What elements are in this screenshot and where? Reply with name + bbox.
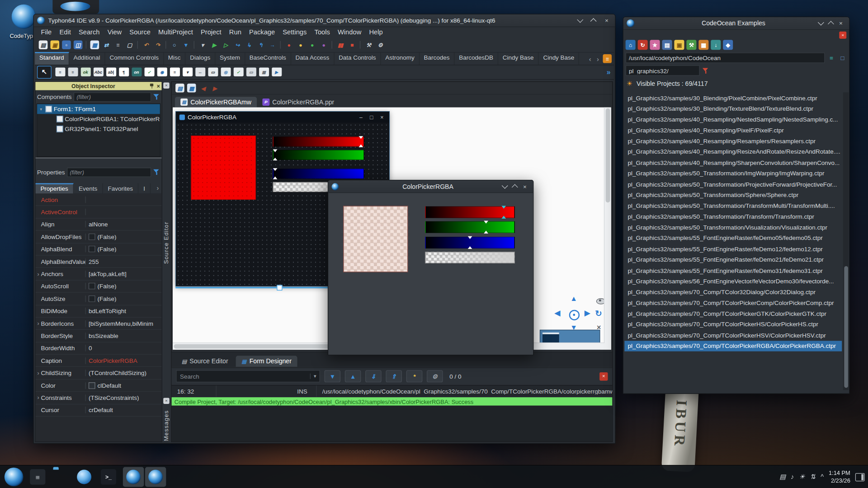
- color-preview-swatch[interactable]: [191, 136, 255, 200]
- filter-icon[interactable]: [703, 67, 709, 74]
- project-file-row[interactable]: pl_Graphics32/samples/50_Transformation/…: [624, 168, 842, 179]
- pin-icon[interactable]: [150, 84, 155, 89]
- menu-item[interactable]: Run: [225, 27, 245, 37]
- project-file-row[interactable]: pl_Graphics32/samples/50_Transformation/…: [624, 200, 842, 211]
- menu-item[interactable]: Source: [126, 27, 155, 37]
- toolbar-separator[interactable]: [135, 39, 140, 51]
- expand-icon[interactable]: ›: [35, 320, 41, 326]
- project-file-row[interactable]: pl_Graphics32/samples/40_Resampling/Shar…: [624, 157, 842, 168]
- green-gradient-bar[interactable]: [273, 150, 364, 160]
- messages-dock-close-icon[interactable]: ×: [163, 398, 169, 404]
- menu-item[interactable]: View: [104, 27, 126, 37]
- marker-bottom-icon[interactable]: [468, 246, 472, 249]
- step-out-icon[interactable]: ↰: [255, 39, 266, 51]
- property-value-cell[interactable]: clDefault: [86, 382, 162, 389]
- run-icon[interactable]: ▶: [208, 39, 220, 51]
- property-row[interactable]: BorderWidth 0: [35, 343, 161, 355]
- property-value-cell[interactable]: alNone: [86, 221, 162, 228]
- find-icon[interactable]: ○: [168, 39, 180, 51]
- codeocean-viewer-icon[interactable]: ▤: [662, 40, 672, 50]
- tcheckgroup-icon[interactable]: ✓: [232, 66, 244, 77]
- tcheckbox-icon[interactable]: ✓: [143, 66, 155, 77]
- navigate-back-icon[interactable]: ↶: [140, 39, 152, 51]
- codeocean-build-icon[interactable]: ⚒: [686, 40, 696, 50]
- codeocean-maximize-button[interactable]: [826, 19, 836, 28]
- palette-tab[interactable]: Data Access: [291, 52, 335, 65]
- toolbar-separator[interactable]: [278, 39, 283, 51]
- clipboard-tray-icon[interactable]: ▤: [779, 473, 786, 481]
- app-close-button[interactable]: ×: [520, 182, 530, 191]
- property-value-cell[interactable]: crDefault: [86, 407, 162, 413]
- tlabel-icon[interactable]: Abc: [92, 66, 104, 77]
- codeocean-titlebar[interactable]: CodeOcean Examples ×: [623, 17, 849, 30]
- project-file-row[interactable]: pl_Graphics32/samples/70_Comp/TColorPick…: [624, 330, 842, 341]
- project-file-row[interactable]: pl_Graphics32/samples/30_Blending/PixelC…: [624, 92, 842, 103]
- color-preview-swatch[interactable]: [343, 206, 408, 272]
- project-file-row[interactable]: pl_Graphics32/samples/70_Comp/TColorPick…: [624, 319, 842, 330]
- property-row[interactable]: AutoScroll (False): [35, 280, 161, 292]
- build-mode-icon[interactable]: ▾: [197, 39, 208, 51]
- app-minimize-button[interactable]: [500, 182, 510, 191]
- ttogglebox-icon[interactable]: on: [131, 66, 142, 77]
- project-file-row[interactable]: pl_Graphics32/samples/40_Resampling/Pixe…: [624, 125, 842, 136]
- object-inspector-close-icon[interactable]: ×: [157, 83, 160, 89]
- project-file-row[interactable]: pl_Graphics32/samples/70_Comp/TColorPick…: [624, 308, 842, 319]
- marker-bottom-icon[interactable]: [501, 216, 506, 219]
- refresh-icon[interactable]: ↻: [595, 309, 602, 319]
- taskbar-typhon-window-button[interactable]: [145, 467, 166, 487]
- palette-tab[interactable]: Cindy Base: [498, 52, 539, 65]
- tgroupbox-icon[interactable]: ▭: [207, 66, 219, 77]
- menu-item[interactable]: Package: [245, 27, 278, 37]
- form-resize-handle[interactable]: [277, 285, 282, 291]
- marker-top-icon[interactable]: [501, 206, 506, 209]
- toolbar-separator[interactable]: [84, 39, 89, 51]
- select-tool-button[interactable]: ↖: [37, 66, 52, 78]
- components-filter-input[interactable]: [74, 92, 151, 102]
- component-tree-item[interactable]: ColorPickerRGBA1: TColorPickerRGBA: [37, 114, 160, 124]
- codeocean-minimize-button[interactable]: [816, 19, 826, 28]
- tree-expander-icon[interactable]: ▾: [38, 107, 43, 112]
- object-inspector-titlebar[interactable]: Object Inspector ×: [35, 82, 161, 90]
- app-maximize-button[interactable]: [510, 182, 520, 191]
- property-value-cell[interactable]: [biSystemMenu,biMinim: [86, 320, 162, 327]
- codeocean-panel-close-button[interactable]: ×: [839, 32, 846, 39]
- menu-item[interactable]: Project: [197, 27, 225, 37]
- checkbox-icon[interactable]: [89, 234, 95, 240]
- clock[interactable]: 1:14 PM 2/23/26: [829, 469, 850, 484]
- menu-item[interactable]: Help: [365, 27, 387, 37]
- blue-gradient-bar[interactable]: [273, 169, 364, 178]
- property-row[interactable]: AlphaBlendValue 255: [35, 256, 161, 268]
- codeocean-folders-icon[interactable]: ▣: [674, 40, 684, 50]
- tframe-icon[interactable]: ▦: [258, 66, 270, 77]
- checkbox-icon[interactable]: [89, 283, 95, 290]
- volume-tray-icon[interactable]: ♪: [791, 473, 794, 481]
- project-file-row[interactable]: pl_Graphics32/samples/50_Transformation/…: [624, 222, 842, 233]
- search-top-button[interactable]: ⇑: [386, 370, 402, 382]
- search-prev-button[interactable]: ▲: [345, 370, 361, 382]
- app-titlebar[interactable]: ColorPickerRGBA ×: [328, 180, 533, 193]
- expand-icon[interactable]: ›: [35, 395, 41, 401]
- new-unit-icon[interactable]: ▤: [37, 39, 49, 51]
- property-row[interactable]: › Constraints (TSizeConstraints): [35, 392, 161, 404]
- open-file-icon[interactable]: ▣: [49, 39, 61, 51]
- component-overflow-icon[interactable]: »: [603, 68, 614, 76]
- pause-icon[interactable]: ▮▮: [335, 39, 346, 51]
- new-form-icon[interactable]: ▦: [89, 39, 100, 51]
- palette-tab[interactable]: BaseControls: [245, 52, 291, 65]
- property-value-cell[interactable]: (TControlChildSizing): [86, 370, 162, 376]
- expand-icon[interactable]: ›: [35, 271, 41, 277]
- palette-scroll-right-icon[interactable]: ›: [594, 55, 602, 65]
- network-tray-icon[interactable]: ⇅: [810, 473, 816, 481]
- project-file-row[interactable]: pl_Graphics32/samples/55_FontEngineRaste…: [624, 265, 842, 276]
- tactionlist-icon[interactable]: ▶: [271, 66, 283, 77]
- property-value-cell[interactable]: (False): [86, 246, 162, 253]
- property-value-cell[interactable]: ColorPickerRGBA: [86, 357, 162, 364]
- source-editor-dock-close-icon[interactable]: ×: [163, 82, 169, 88]
- configure-build-icon[interactable]: ⚙: [374, 39, 386, 51]
- property-row[interactable]: Caption ColorPickerRGBA: [35, 355, 161, 367]
- minimize-button[interactable]: [575, 16, 585, 25]
- menu-item[interactable]: Settings: [279, 27, 311, 37]
- inspector-tab[interactable]: Properties: [35, 183, 74, 193]
- menu-item[interactable]: Window: [334, 27, 365, 37]
- taskbar-editor-icon[interactable]: ≡: [30, 469, 45, 484]
